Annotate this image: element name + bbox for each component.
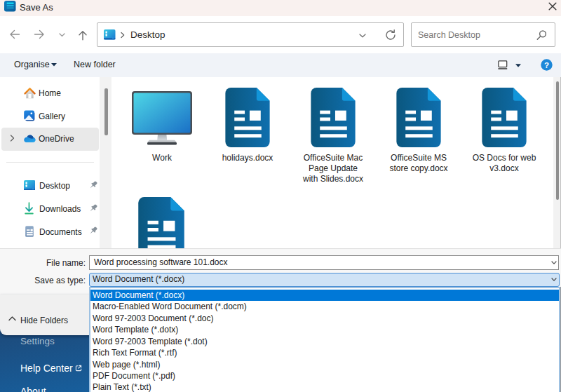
- svg-text:?: ?: [544, 61, 549, 69]
